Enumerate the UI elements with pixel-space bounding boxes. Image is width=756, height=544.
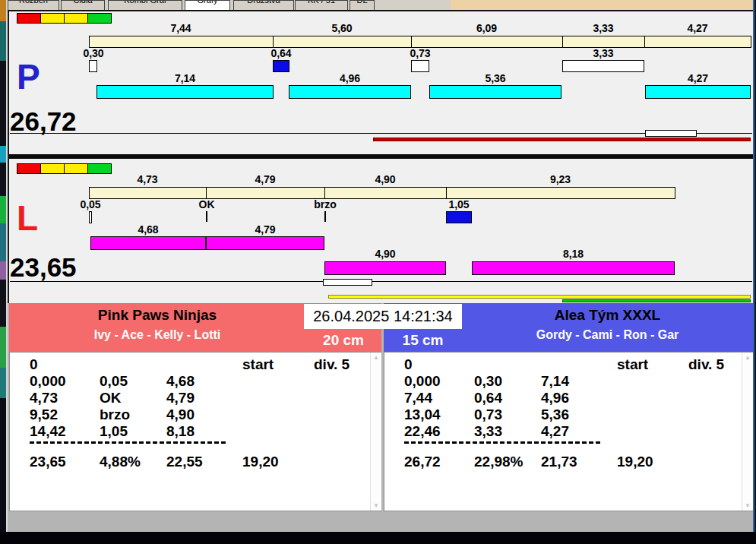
legend-swatch: [40, 163, 65, 174]
run-bar: [289, 85, 411, 99]
table-cell: 21,73: [541, 454, 577, 470]
tab-rozb-h[interactable]: Rozběh: [8, 0, 59, 10]
tab-label: Grafy: [185, 0, 229, 5]
graph-total-p: 26,72: [10, 111, 77, 132]
table-cell: 0: [404, 356, 413, 373]
split-time-label: 4,73: [89, 174, 206, 185]
marker-label: 0,73: [396, 48, 444, 59]
scroll-down-icon[interactable]: ▼: [742, 502, 753, 509]
tab-underline: [8, 10, 756, 11]
split-segment: [324, 187, 447, 199]
split-segment: [206, 187, 325, 199]
table-cell: 23,65: [30, 454, 66, 470]
tab-kk-51[interactable]: KK / 51: [295, 0, 348, 10]
table-cell: 4,68: [166, 373, 195, 390]
table-cell: 0,64: [474, 390, 502, 406]
table-cell: 22,55: [166, 454, 203, 470]
table-cell: 4,79: [166, 390, 195, 406]
tab-grafy[interactable]: Grafy: [185, 0, 230, 10]
team-name: Alea Tým XXXL: [462, 307, 753, 324]
table-cell: 19,20: [242, 454, 279, 470]
tab--idla[interactable]: Čidla: [61, 0, 105, 10]
tab-kombi-graf[interactable]: Kombi Graf: [108, 0, 182, 10]
run-time-label: 4,79: [206, 224, 324, 236]
strip-segment: [0, 163, 6, 196]
run-time-label: 4,90: [324, 248, 446, 260]
tab-label: Rozběh: [8, 0, 59, 5]
table-cell: 1,05: [100, 423, 128, 440]
strip-segment: [0, 261, 6, 280]
table-cell: 22,46: [404, 423, 441, 440]
table-cell: 0,05: [100, 373, 128, 390]
marker-tick: [324, 211, 326, 222]
scrollbar[interactable]: ▲ ▼: [742, 353, 753, 511]
jump-height-badge: 20 cm: [305, 332, 381, 349]
team-results-table: ▲ ▼ 0startdiv. 50,0000,307,147,440,644,9…: [384, 352, 753, 511]
strip-segment: [0, 146, 6, 163]
strip-segment: [0, 398, 6, 532]
run-bar: [472, 261, 675, 275]
tab-label: Družstva: [234, 0, 293, 5]
green-progress-line: [562, 299, 751, 302]
split-time-label: 3,33: [562, 23, 644, 34]
marker-block: [89, 60, 97, 72]
white-progress-box: [323, 279, 372, 286]
yellow-progress-line: [328, 295, 751, 299]
table-cell: 13,04: [404, 406, 441, 423]
split-time-label: 7,44: [89, 23, 273, 34]
tab-dl[interactable]: DL: [350, 0, 375, 10]
table-cell: 7,14: [541, 373, 569, 390]
team-members: Ivy - Ace - Kelly - Lotti: [9, 328, 305, 342]
panel-separator: [9, 154, 753, 159]
marker-label: 0,64: [257, 48, 305, 59]
legend-swatch: [64, 163, 88, 174]
table-cell: div. 5: [688, 356, 724, 373]
split-time-label: 5,60: [273, 23, 411, 34]
split-segment: [273, 36, 412, 48]
background-window-strip: [0, 0, 8, 532]
table-cell: 4,96: [541, 390, 569, 406]
split-segment: [446, 187, 675, 199]
run-time-label: 4,27: [645, 73, 751, 84]
red-progress-line: [373, 138, 751, 141]
table-cell: start: [617, 356, 648, 373]
graph-baseline: [10, 281, 752, 282]
split-time-label: 4,27: [644, 23, 751, 34]
strip-segment: [0, 280, 6, 327]
tab-label: KK / 51: [296, 0, 347, 5]
totals-separator: [30, 441, 226, 444]
strip-highlight: [6, 0, 8, 532]
table-cell: 0: [30, 356, 38, 373]
run-time-label: 7,14: [96, 73, 274, 84]
marker-tick: [206, 211, 207, 222]
split-segment: [89, 187, 207, 199]
graph-baseline: [10, 133, 752, 134]
legend-swatch: [87, 13, 112, 24]
tab-dru-stva[interactable]: Družstva: [233, 0, 294, 10]
run-time-label: 4,96: [289, 73, 411, 84]
scroll-up-icon[interactable]: ▲: [742, 354, 753, 361]
scroll-down-icon[interactable]: ▼: [371, 502, 381, 509]
lane-label-l: L: [17, 201, 38, 236]
legend-swatch: [64, 13, 88, 24]
run-time-label: 5,36: [429, 73, 561, 84]
table-cell: 4,88%: [100, 454, 141, 470]
team-results-table: ▲ ▼ 0startdiv. 50,0000,054,684,73OK4,799…: [9, 352, 381, 511]
strip-segment: [0, 21, 6, 61]
strip-segment: [0, 196, 6, 223]
scrollbar[interactable]: ▲ ▼: [370, 353, 381, 511]
table-cell: 26,72: [404, 454, 441, 470]
scroll-up-icon[interactable]: ▲: [371, 354, 381, 361]
table-cell: 19,20: [617, 454, 653, 470]
graph-total-l: 23,65: [10, 257, 77, 278]
strip-segment: [0, 223, 6, 261]
tab-bar: RozběhČidlaKombi GrafGrafyDružstvaKK / 5…: [8, 0, 451, 10]
table-cell: 8,18: [166, 423, 195, 440]
table-cell: div. 5: [314, 356, 350, 373]
marker-block: [411, 60, 429, 72]
table-cell: 5,36: [541, 406, 569, 423]
split-time-label: 4,79: [206, 174, 324, 185]
tab-label: Kombi Graf: [109, 0, 182, 5]
strip-segment: [0, 0, 6, 21]
table-cell: 22,98%: [474, 454, 523, 470]
